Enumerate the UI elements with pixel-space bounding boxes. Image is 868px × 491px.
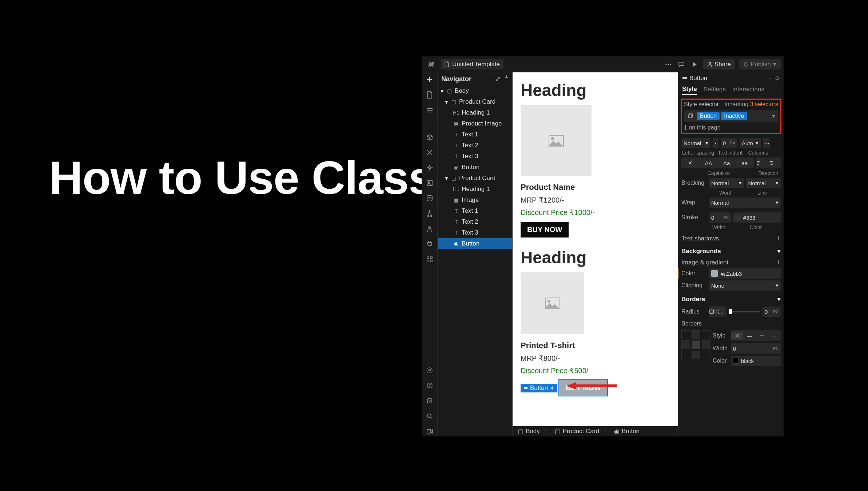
add-text-shadow-icon[interactable]: + [776, 234, 781, 243]
help-icon[interactable] [425, 380, 435, 391]
border-dotted-icon[interactable]: ⋯ [768, 332, 781, 339]
nav-text-1b[interactable]: T Text 1 [438, 205, 512, 216]
mrp-2[interactable]: MRP ₹800/- [521, 354, 670, 363]
pin-icon[interactable] [504, 75, 509, 83]
product-name-2[interactable]: Printed T-shirt [521, 341, 670, 350]
product-name-1[interactable]: Product Name [521, 183, 670, 192]
radius-mode-toggle[interactable] [709, 306, 726, 317]
discount-1[interactable]: Discount Price ₹1000/- [521, 208, 670, 217]
video-icon[interactable] [425, 426, 435, 436]
chevron-down-icon[interactable]: ▾ [772, 112, 777, 120]
navigator-icon[interactable] [425, 105, 435, 115]
settings-gear-icon[interactable] [425, 365, 435, 375]
border-bottom[interactable] [692, 351, 700, 359]
capitalize-lower[interactable]: aa [736, 160, 754, 166]
canvas-heading-2[interactable]: Heading [521, 248, 670, 267]
selector-state-icon[interactable] [685, 111, 696, 121]
nav-text-3a[interactable]: T Text 3 [438, 151, 512, 162]
bg-color-input[interactable]: #a2abb3 [709, 268, 781, 279]
backgrounds-section-header[interactable]: Backgrounds ▾ [681, 244, 781, 256]
nav-heading-1b[interactable]: H1 Heading 1 [438, 184, 512, 195]
wrap-select[interactable]: Normal▾ [709, 197, 781, 208]
image-placeholder-2[interactable] [521, 272, 584, 334]
direction-ltr-icon[interactable] [756, 160, 768, 165]
class-tag-button[interactable]: Button [697, 112, 720, 120]
border-solid-icon[interactable]: — [743, 333, 756, 339]
border-none-icon[interactable]: ✕ [731, 332, 743, 339]
pages-icon[interactable] [425, 90, 435, 100]
selection-settings-icon[interactable] [550, 386, 554, 390]
radius-slider[interactable] [729, 311, 760, 312]
webflow-logo-icon[interactable] [425, 58, 438, 71]
border-width-input[interactable]: 0 PX [731, 343, 781, 354]
tab-settings[interactable]: Settings [704, 86, 726, 95]
mrp-1[interactable]: MRP ₹1200/- [521, 196, 670, 204]
audit-icon[interactable] [425, 396, 435, 406]
class-tag-inactive[interactable]: Inactive [721, 112, 747, 120]
capitalize-group[interactable]: ✕ AA Aa aa [681, 157, 754, 168]
font-weight-select[interactable]: Normal▾ [681, 138, 710, 148]
product-card-1[interactable]: Heading Product Name MRP ₹1200/- Discoun… [521, 80, 670, 248]
bg-color-swatch[interactable] [711, 270, 718, 277]
apps-icon[interactable] [425, 254, 435, 264]
nav-product-image[interactable]: ▣ Product Image [438, 118, 512, 129]
border-all[interactable] [692, 340, 700, 349]
preview-play-icon[interactable] [690, 60, 699, 69]
more-icon[interactable] [664, 60, 673, 69]
stroke-color-input[interactable]: #333 [733, 212, 781, 223]
canvas-heading-1[interactable]: Heading [521, 80, 670, 100]
border-dashed-icon[interactable]: ┄ [756, 332, 768, 339]
collapse-icon[interactable]: ⤢ [495, 75, 501, 83]
border-top[interactable] [692, 330, 700, 339]
breadcrumb-product-card[interactable]: ▢ Product Card [553, 428, 601, 435]
nav-body[interactable]: ▾▢ Body [438, 85, 512, 96]
nav-text-1a[interactable]: T Text 1 [438, 129, 512, 140]
nav-product-card-2[interactable]: ▾▢ Product Card [438, 173, 512, 184]
logic-icon[interactable] [425, 208, 435, 219]
line-break-select[interactable]: Normal▾ [746, 178, 781, 188]
components-icon[interactable] [425, 132, 435, 142]
radius-input[interactable]: 0 PX [763, 307, 781, 317]
more-icon[interactable]: ⋯ [763, 138, 770, 148]
capitalize-none[interactable]: ✕ [681, 160, 700, 166]
stroke-width-input[interactable]: 0PX [709, 212, 731, 223]
share-button[interactable]: Share [703, 59, 735, 69]
variables-icon[interactable] [425, 147, 435, 157]
focus-icon[interactable] [775, 76, 780, 81]
columns-select[interactable]: Auto▾ [740, 138, 761, 148]
buy-now-button-1[interactable]: BUY NOW [521, 222, 569, 237]
tab-interactions[interactable]: Interactions [732, 86, 764, 95]
nav-heading-1a[interactable]: H1 Heading 1 [438, 107, 512, 118]
page-title-pill[interactable]: Untitled Template [441, 59, 503, 69]
border-left[interactable] [681, 340, 690, 349]
styles-icon[interactable] [425, 163, 435, 173]
add-element-icon[interactable] [425, 75, 435, 85]
border-color-input[interactable]: black [731, 356, 781, 366]
border-right[interactable] [702, 340, 710, 349]
capitalize-title[interactable]: Aa [718, 160, 736, 166]
nav-text-2a[interactable]: T Text 2 [438, 140, 512, 151]
ecommerce-icon[interactable] [425, 239, 435, 249]
search-icon[interactable] [425, 411, 435, 421]
breadcrumb-button[interactable]: ◉ Button [612, 428, 642, 435]
radius-individual-icon[interactable] [718, 309, 726, 314]
nav-text-3b[interactable]: T Text 3 [438, 227, 512, 238]
canvas-content[interactable]: Heading Product Name MRP ₹1200/- Discoun… [513, 72, 678, 426]
direction-rtl-icon[interactable] [768, 160, 781, 165]
image-placeholder-1[interactable] [521, 105, 592, 176]
users-icon[interactable] [425, 224, 435, 234]
inheriting-text[interactable]: Inheriting 3 selectors [724, 101, 778, 108]
capitalize-upper[interactable]: AA [700, 160, 718, 166]
add-background-icon[interactable]: + [776, 258, 781, 267]
tab-style[interactable]: Style [682, 85, 697, 95]
word-break-select[interactable]: Normal▾ [709, 178, 744, 188]
more-icon[interactable]: ⋯ [765, 74, 771, 82]
selector-input[interactable]: Button Inactive ▾ [684, 110, 778, 122]
nav-button-b-selected[interactable]: ◉ Button [438, 238, 512, 249]
comment-icon[interactable] [677, 60, 686, 69]
nav-button-a[interactable]: ◉ Button [438, 162, 512, 173]
nav-image-b[interactable]: ▣ Image [438, 195, 512, 205]
cms-icon[interactable] [425, 193, 435, 203]
letter-spacing-input[interactable]: 0PX [721, 138, 737, 148]
selection-label[interactable]: Button [521, 384, 557, 392]
